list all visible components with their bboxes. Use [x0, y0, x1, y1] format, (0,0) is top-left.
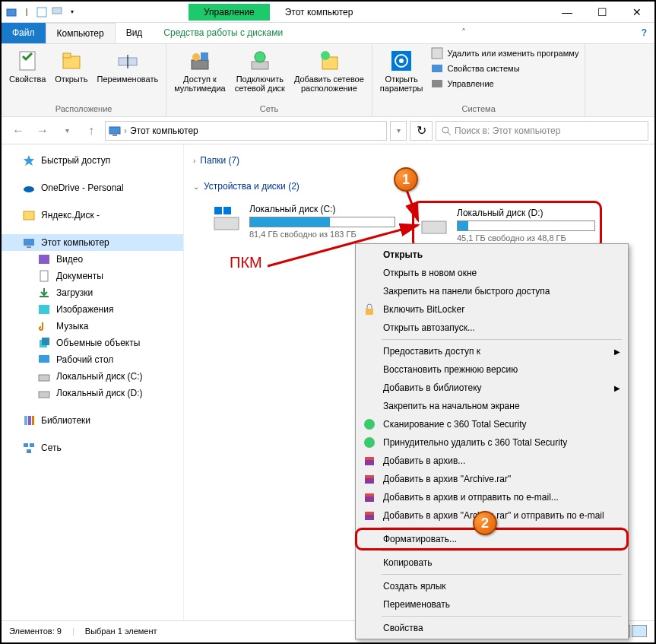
system-properties-button[interactable]: Свойства системы [431, 62, 579, 75]
rename-button[interactable]: Переименовать [96, 47, 160, 85]
forward-button[interactable]: → [32, 120, 53, 141]
ctx-scan-360[interactable]: Сканирование с 360 Total Security [357, 415, 626, 433]
tab-file[interactable]: Файл [2, 23, 46, 43]
sidebar-videos[interactable]: Видео [2, 251, 183, 268]
tab-drive-tools[interactable]: Средства работы с дисками [153, 23, 293, 43]
up-button[interactable]: ↑ [81, 120, 102, 141]
svg-rect-31 [40, 271, 48, 281]
ribbon-tabs: Файл Компьютер Вид Средства работы с дис… [2, 23, 654, 44]
ctx-rename[interactable]: Переименовать [357, 595, 626, 614]
sidebar-libraries[interactable]: Библиотеки [2, 412, 183, 429]
back-button[interactable]: ← [8, 120, 29, 141]
tab-computer[interactable]: Компьютер [46, 23, 116, 43]
ctx-properties[interactable]: Свойства [357, 619, 626, 637]
maximize-button[interactable]: ☐ [585, 2, 620, 23]
drive-icon [419, 208, 449, 238]
search-input[interactable]: Поиск в: Этот компьютер [436, 121, 648, 141]
sidebar-onedrive[interactable]: OneDrive - Personal [2, 179, 183, 196]
sidebar-downloads[interactable]: Загрузки [2, 284, 183, 301]
svg-rect-53 [365, 457, 374, 460]
manage-button[interactable]: Управление [431, 78, 579, 90]
svg-rect-22 [113, 135, 117, 136]
svg-rect-44 [27, 449, 31, 453]
minimize-button[interactable]: — [550, 2, 585, 23]
ctx-bitlocker[interactable]: Включить BitLocker [357, 300, 626, 319]
sidebar-quick-access[interactable]: Быстрый доступ [2, 152, 183, 169]
svg-line-24 [448, 132, 451, 135]
drive-c-usage-bar [249, 217, 395, 227]
ctx-restore-version[interactable]: Восстановить прежнюю версию [357, 360, 626, 379]
uninstall-program-button[interactable]: Удалить или изменить программу [431, 47, 579, 59]
ctx-add-library[interactable]: Добавить в библиотеку▶ [357, 379, 626, 397]
svg-rect-40 [28, 416, 31, 425]
qat-check[interactable] [35, 5, 49, 19]
svg-rect-37 [39, 375, 49, 381]
ctx-archive-email[interactable]: Добавить в архив и отправить по e-mail..… [357, 488, 626, 506]
ctx-add-archive[interactable]: Добавить в архив... [357, 452, 626, 470]
recent-dropdown[interactable]: ▾ [56, 120, 78, 141]
ribbon-group-network: Доступ к мультимедиа Подключить сетевой … [166, 44, 372, 116]
address-dropdown[interactable]: ▾ [390, 121, 407, 141]
ctx-share[interactable]: Предоставить доступ к▶ [357, 342, 626, 360]
sidebar-this-pc[interactable]: Этот компьютер [2, 234, 183, 251]
ctx-open-new-window[interactable]: Открыть в новом окне [357, 264, 626, 282]
drive-d[interactable]: Локальный диск (D:) 45,1 ГБ свободно из … [412, 201, 602, 249]
sidebar-network[interactable]: Сеть [2, 439, 183, 456]
svg-point-9 [192, 53, 200, 61]
svg-rect-29 [27, 246, 31, 248]
sidebar-music[interactable]: Музыка [2, 318, 183, 335]
ribbon: Свойства Открыть Переименовать Расположе… [2, 44, 654, 117]
media-access-button[interactable]: Доступ к мультимедиа [173, 47, 227, 94]
window-controls: — ☐ ✕ [550, 2, 654, 23]
view-icons-button[interactable] [632, 625, 647, 637]
add-network-location-button[interactable]: Добавить сетевое расположение [293, 47, 366, 94]
address-bar[interactable]: › Этот компьютер [105, 121, 387, 141]
svg-rect-21 [109, 127, 120, 134]
ribbon-toggle[interactable]: ˄ [454, 23, 474, 43]
svg-rect-0 [7, 9, 16, 16]
contextual-tab-label: Управление [189, 4, 270, 21]
svg-rect-57 [365, 493, 374, 496]
group-folders[interactable]: ›Папки (7) [193, 152, 645, 169]
sidebar-disk-d[interactable]: Локальный диск (D:) [2, 385, 183, 401]
close-button[interactable]: ✕ [620, 2, 654, 23]
sidebar-desktop[interactable]: Рабочий стол [2, 351, 183, 368]
open-settings-button[interactable]: Открыть параметры [379, 47, 425, 94]
ctx-create-shortcut[interactable]: Создать ярлык [357, 577, 626, 595]
svg-rect-3 [20, 52, 35, 70]
sidebar-3d-objects[interactable]: Объемные объекты [2, 335, 183, 351]
group-devices[interactable]: ⌄Устройства и диски (2) [193, 178, 645, 195]
properties-button[interactable]: Свойства [8, 47, 47, 85]
sidebar-yandex[interactable]: Яндекс.Диск - [2, 207, 183, 224]
sidebar-documents[interactable]: Документы [2, 268, 183, 284]
open-button[interactable]: Открыть [53, 47, 89, 85]
ctx-pin-quick-access[interactable]: Закрепить на панели быстрого доступа [357, 282, 626, 300]
svg-rect-59 [365, 512, 374, 515]
qat-dropdown[interactable] [50, 5, 64, 19]
map-drive-button[interactable]: Подключить сетевой диск [233, 47, 287, 94]
ctx-add-archive-rar[interactable]: Добавить в архив "Archive.rar" [357, 470, 626, 488]
sidebar-pictures[interactable]: Изображения [2, 301, 183, 318]
refresh-button[interactable]: ↻ [410, 121, 433, 141]
svg-rect-43 [30, 443, 34, 447]
ctx-pin-start[interactable]: Закрепить на начальном экране [357, 397, 626, 415]
ctx-open[interactable]: Открыть [357, 246, 626, 264]
ctx-copy[interactable]: Копировать [357, 554, 626, 572]
svg-rect-41 [32, 416, 34, 425]
qat-menu[interactable]: ▾ [65, 5, 79, 19]
drive-icon [211, 204, 242, 234]
drive-c[interactable]: Локальный диск (C:) 81,4 ГБ свободно из … [208, 201, 398, 249]
qat-icon[interactable] [5, 5, 18, 19]
status-selected: Выбран 1 элемент [85, 627, 157, 636]
help-button[interactable]: ? [634, 23, 654, 43]
svg-rect-10 [201, 52, 208, 60]
ctx-autoplay[interactable]: Открыть автозапуск... [357, 319, 626, 337]
svg-rect-47 [223, 207, 231, 214]
sidebar-disk-c[interactable]: Локальный диск (C:) [2, 368, 183, 385]
tab-view[interactable]: Вид [116, 23, 154, 43]
titlebar: | ▾ Управление Этот компьютер — ☐ ✕ [2, 2, 654, 23]
svg-rect-39 [24, 416, 27, 425]
annotation-step-1: 1 [394, 167, 418, 192]
ctx-force-delete-360[interactable]: Принудительно удалить с 360 Total Securi… [357, 433, 626, 452]
svg-rect-8 [192, 60, 208, 69]
